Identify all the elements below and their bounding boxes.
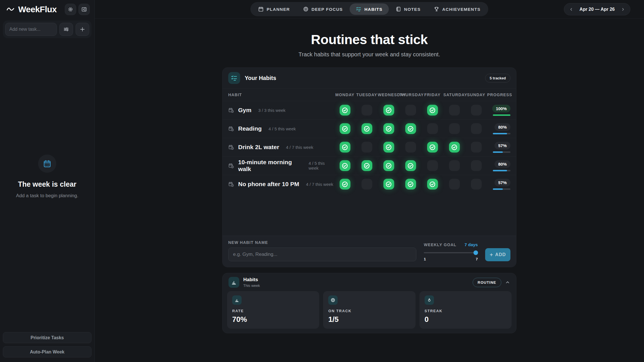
habit-day-cell xyxy=(465,142,487,153)
chevron-right-icon xyxy=(621,7,625,12)
calendar-clock-icon xyxy=(228,163,234,169)
habit-progress-cell: 80% xyxy=(487,160,510,171)
page-title: Routines that stick xyxy=(95,32,644,47)
habit-day-toggle[interactable] xyxy=(471,160,482,171)
habit-day-toggle[interactable] xyxy=(340,179,350,190)
tab-achievements[interactable]: ACHIEVEMENTS xyxy=(427,3,487,15)
content-scroll[interactable]: Routines that stick Track habits that su… xyxy=(95,18,644,362)
prev-week-button[interactable] xyxy=(567,5,576,14)
checklist-icon xyxy=(356,6,362,12)
habit-day-toggle[interactable] xyxy=(405,123,416,134)
sidebar-empty-state: The week is clear Add a task to begin pl… xyxy=(0,21,94,332)
calendar-clock-icon xyxy=(228,126,234,132)
habit-day-cell xyxy=(378,179,400,190)
habit-day-toggle[interactable] xyxy=(471,105,482,116)
habit-day-cell xyxy=(356,142,378,153)
habit-day-toggle[interactable] xyxy=(362,123,372,134)
habit-name-cell: Drink 2L water4 / 7 this week xyxy=(228,144,334,151)
habit-day-toggle[interactable] xyxy=(340,142,350,153)
habit-day-toggle[interactable] xyxy=(340,160,350,171)
add-habit-button[interactable]: + ADD xyxy=(485,248,510,261)
habit-day-toggle[interactable] xyxy=(449,105,460,116)
habit-day-cell xyxy=(378,142,400,153)
plus-icon: + xyxy=(490,252,493,258)
habit-week-count: 4 / 7 this week xyxy=(286,145,313,150)
weekly-goal-slider[interactable] xyxy=(424,250,478,255)
habit-day-toggle[interactable] xyxy=(405,142,416,153)
calendar-clock-icon xyxy=(228,144,234,150)
habit-day-toggle[interactable] xyxy=(427,105,438,116)
habit-name: Drink 2L water xyxy=(238,144,279,151)
habit-day-toggle[interactable] xyxy=(405,105,416,116)
slider-thumb[interactable] xyxy=(473,250,478,255)
habit-row: No phone after 10 PM4 / 7 this week57% xyxy=(223,175,516,193)
habit-day-toggle[interactable] xyxy=(449,123,460,134)
habit-name-cell: Reading4 / 5 this week xyxy=(228,125,334,132)
tab-label: DEEP FOCUS xyxy=(311,7,343,12)
habit-day-toggle[interactable] xyxy=(471,123,482,134)
progress-badge: 57% xyxy=(495,142,510,149)
habit-day-toggle[interactable] xyxy=(405,179,416,190)
habit-day-toggle[interactable] xyxy=(383,179,394,190)
habit-day-toggle[interactable] xyxy=(427,142,438,153)
habit-day-toggle[interactable] xyxy=(449,160,460,171)
habit-day-toggle[interactable] xyxy=(471,179,482,190)
habit-day-toggle[interactable] xyxy=(362,160,372,171)
habit-day-toggle[interactable] xyxy=(362,142,372,153)
column-header-wednesday: WEDNESDAY xyxy=(378,92,400,97)
habit-day-toggle[interactable] xyxy=(340,105,350,116)
habit-day-toggle[interactable] xyxy=(383,123,394,134)
habit-day-toggle[interactable] xyxy=(427,160,438,171)
habit-day-cell xyxy=(465,179,487,190)
habits-table-header: HABITMONDAYTUESDAYWEDNESDAYTHURSDAYFRIDA… xyxy=(223,88,516,101)
habit-day-cell xyxy=(356,123,378,134)
new-habit-name-input[interactable] xyxy=(228,248,416,261)
auto-plan-week-button[interactable]: Auto-Plan Week xyxy=(3,346,92,357)
calendar-icon xyxy=(258,6,264,12)
stat-value: 70% xyxy=(232,315,314,324)
target-icon xyxy=(303,6,309,12)
stat-card-streak: STREAK0 xyxy=(419,291,512,329)
habit-day-toggle[interactable] xyxy=(449,142,460,153)
habit-day-toggle[interactable] xyxy=(362,105,372,116)
habit-day-toggle[interactable] xyxy=(383,160,394,171)
circle-check-icon xyxy=(363,125,370,132)
tab-label: HABITS xyxy=(364,7,383,12)
tracked-count-badge: 5 tracked xyxy=(485,74,510,83)
tab-deep-focus[interactable]: DEEP FOCUS xyxy=(297,3,349,15)
habit-day-toggle[interactable] xyxy=(427,179,438,190)
progress-bar xyxy=(493,151,510,153)
tab-notes[interactable]: NOTES xyxy=(389,3,427,15)
habit-day-cell xyxy=(334,142,356,153)
habit-day-toggle[interactable] xyxy=(449,179,460,190)
progress-bar xyxy=(493,170,510,171)
panel-collapse-icon xyxy=(81,6,87,13)
habit-day-cell xyxy=(400,123,421,134)
collapse-stats-button[interactable] xyxy=(505,280,510,285)
next-week-button[interactable] xyxy=(619,5,627,14)
tab-planner[interactable]: PLANNER xyxy=(252,3,296,15)
habit-day-toggle[interactable] xyxy=(340,123,350,134)
habit-name-cell: 10-minute morning walk4 / 5 this week xyxy=(228,159,334,172)
settings-button[interactable] xyxy=(65,4,76,15)
habit-day-toggle[interactable] xyxy=(383,105,394,116)
progress-badge: 100% xyxy=(492,105,510,112)
prioritize-tasks-button[interactable]: Prioritize Tasks xyxy=(3,332,92,343)
collapse-sidebar-button[interactable] xyxy=(78,4,90,15)
calendar-icon xyxy=(43,159,51,168)
column-header-friday: FRIDAY xyxy=(421,92,443,97)
habit-row: Drink 2L water4 / 7 this week57% xyxy=(223,138,516,156)
column-header-habit: HABIT xyxy=(228,92,334,97)
habit-day-toggle[interactable] xyxy=(383,142,394,153)
tab-habits[interactable]: HABITS xyxy=(350,3,389,15)
new-habit-form: NEW HABIT NAME WEEKLY GOAL 7 days xyxy=(223,236,516,267)
habit-day-toggle[interactable] xyxy=(471,142,482,153)
habit-day-toggle[interactable] xyxy=(362,179,372,190)
habits-stats-card: Habits This week ROUTINE RATE70%ON TRACK… xyxy=(222,273,516,333)
habit-day-cell xyxy=(334,105,356,116)
circle-check-icon xyxy=(341,125,348,132)
habit-day-toggle[interactable] xyxy=(427,123,438,134)
progress-badge: 57% xyxy=(495,179,510,186)
stats-grid: RATE70%ON TRACK1/5STREAK0 xyxy=(227,291,512,329)
habit-day-toggle[interactable] xyxy=(405,160,416,171)
